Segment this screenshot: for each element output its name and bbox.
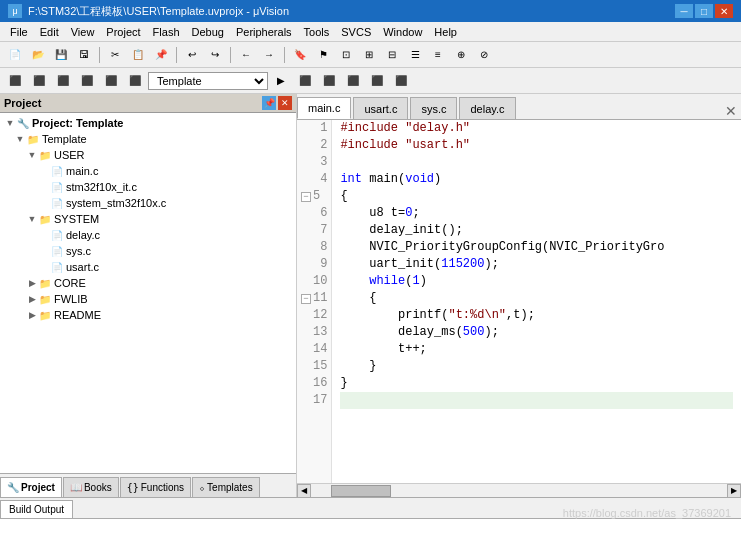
open-button[interactable]: 📂	[27, 45, 49, 65]
menu-edit[interactable]: Edit	[34, 24, 65, 40]
menu-window[interactable]: Window	[377, 24, 428, 40]
toolbar-btn11[interactable]: ⊕	[450, 45, 472, 65]
toolbar-btn9[interactable]: ☰	[404, 45, 426, 65]
tree-root[interactable]: ▼ 🔧 Project: Template	[0, 115, 296, 131]
tree-user[interactable]: ▼ 📁 USER	[0, 147, 296, 163]
user-expand-icon[interactable]: ▼	[26, 149, 38, 161]
undo-button[interactable]: ↩	[181, 45, 203, 65]
build-content	[0, 518, 741, 541]
redo-button[interactable]: ↪	[204, 45, 226, 65]
menu-view[interactable]: View	[65, 24, 101, 40]
template-expand-icon[interactable]: ▼	[14, 133, 26, 145]
code-editor[interactable]: #include "delay.h" #include "usart.h" in…	[332, 120, 741, 483]
scroll-left-button[interactable]: ◀	[297, 484, 311, 498]
editor-tab-sys-c[interactable]: sys.c	[410, 97, 457, 119]
menu-flash[interactable]: Flash	[147, 24, 186, 40]
collapse-marker-5[interactable]: −	[301, 192, 311, 202]
target-selector[interactable]: Template	[148, 72, 268, 90]
save-all-button[interactable]: 🖫	[73, 45, 95, 65]
tree-main-c[interactable]: 📄 main.c	[0, 163, 296, 179]
copy-button[interactable]: 📋	[127, 45, 149, 65]
hscroll-track[interactable]	[311, 484, 727, 498]
hscroll-thumb[interactable]	[331, 485, 391, 497]
save-button[interactable]: 💾	[50, 45, 72, 65]
tree-usart-c[interactable]: 📄 usart.c	[0, 259, 296, 275]
scroll-right-button[interactable]: ▶	[727, 484, 741, 498]
tb2-btn1[interactable]: ⬛	[4, 71, 26, 91]
paste-button[interactable]: 📌	[150, 45, 172, 65]
tree-readme[interactable]: ▶ 📁 README	[0, 307, 296, 323]
label-fwlib: FWLIB	[54, 293, 88, 305]
editor-tab-delay-c[interactable]: delay.c	[459, 97, 515, 119]
maximize-button[interactable]: □	[695, 4, 713, 18]
root-expand-icon[interactable]: ▼	[4, 117, 16, 129]
collapse-marker-11[interactable]: −	[301, 294, 311, 304]
toolbar-btn8[interactable]: ⊟	[381, 45, 403, 65]
system-folder-expand[interactable]: ▼	[26, 213, 38, 225]
tree-template[interactable]: ▼ 📁 Template	[0, 131, 296, 147]
menu-file[interactable]: File	[4, 24, 34, 40]
panel-pin-button[interactable]: 📌	[262, 96, 276, 110]
build-output-tab[interactable]: Build Output	[0, 500, 73, 518]
code-line-14: t++;	[340, 341, 733, 358]
tb2-btn6[interactable]: ⬛	[124, 71, 146, 91]
main-area: Project 📌 ✕ ▼ 🔧 Project: Template ▼ 📁 Te…	[0, 94, 741, 497]
tree-delay-c[interactable]: 📄 delay.c	[0, 227, 296, 243]
panel-header-controls: 📌 ✕	[262, 96, 292, 110]
ln-9: 9	[301, 256, 327, 273]
tb2-btn3[interactable]: ⬛	[52, 71, 74, 91]
tree-system-folder[interactable]: ▼ 📁 SYSTEM	[0, 211, 296, 227]
nav-back-button[interactable]: ←	[235, 45, 257, 65]
tab-templates[interactable]: ⬦ Templates	[192, 477, 260, 497]
tb2-btn10[interactable]: ⬛	[342, 71, 364, 91]
tab-functions[interactable]: {} Functions	[120, 477, 191, 497]
menu-svcs[interactable]: SVCS	[335, 24, 377, 40]
tab-project[interactable]: 🔧 Project	[0, 477, 62, 497]
tree-system-stm32[interactable]: 📄 system_stm32f10x.c	[0, 195, 296, 211]
system-expand	[38, 197, 50, 209]
fwlib-expand[interactable]: ▶	[26, 293, 38, 305]
editor-tab-sys-c-label: sys.c	[421, 103, 446, 115]
minimize-button[interactable]: ─	[675, 4, 693, 18]
functions-tab-label: Functions	[141, 482, 184, 493]
menu-project[interactable]: Project	[100, 24, 146, 40]
tab-books[interactable]: 📖 Books	[63, 477, 119, 497]
panel-close-button[interactable]: ✕	[278, 96, 292, 110]
menu-peripherals[interactable]: Peripherals	[230, 24, 298, 40]
tb2-btn11[interactable]: ⬛	[366, 71, 388, 91]
readme-expand[interactable]: ▶	[26, 309, 38, 321]
books-tab-label: Books	[84, 482, 112, 493]
toolbar-btn12[interactable]: ⊘	[473, 45, 495, 65]
tree-stm32-it[interactable]: 📄 stm32f10x_it.c	[0, 179, 296, 195]
editor-scrollbar: ◀ ▶	[297, 483, 741, 497]
toolbar-btn6[interactable]: ⊡	[335, 45, 357, 65]
tb2-btn9[interactable]: ⬛	[318, 71, 340, 91]
toolbar-btn5[interactable]: ⚑	[312, 45, 334, 65]
nav-forward-button[interactable]: →	[258, 45, 280, 65]
toolbar-btn10[interactable]: ≡	[427, 45, 449, 65]
tb2-btn7[interactable]: ▶	[270, 71, 292, 91]
label-stm32-it: stm32f10x_it.c	[66, 181, 137, 193]
bookmark-button[interactable]: 🔖	[289, 45, 311, 65]
tree-fwlib[interactable]: ▶ 📁 FWLIB	[0, 291, 296, 307]
menu-tools[interactable]: Tools	[298, 24, 336, 40]
tb2-btn12[interactable]: ⬛	[390, 71, 412, 91]
tb2-btn2[interactable]: ⬛	[28, 71, 50, 91]
tb2-btn8[interactable]: ⬛	[294, 71, 316, 91]
build-output-bar: Build Output	[0, 497, 741, 541]
editor-tab-main-c[interactable]: main.c	[297, 97, 351, 119]
new-file-button[interactable]: 📄	[4, 45, 26, 65]
toolbar-btn7[interactable]: ⊞	[358, 45, 380, 65]
menu-debug[interactable]: Debug	[186, 24, 230, 40]
menu-help[interactable]: Help	[428, 24, 463, 40]
tb2-btn4[interactable]: ⬛	[76, 71, 98, 91]
close-button[interactable]: ✕	[715, 4, 733, 18]
tree-core[interactable]: ▶ 📁 CORE	[0, 275, 296, 291]
tree-sys-c[interactable]: 📄 sys.c	[0, 243, 296, 259]
editor-close-button[interactable]: ✕	[725, 103, 737, 119]
core-expand[interactable]: ▶	[26, 277, 38, 289]
ln-11: −11	[301, 290, 327, 307]
editor-tab-usart-c[interactable]: usart.c	[353, 97, 408, 119]
cut-button[interactable]: ✂	[104, 45, 126, 65]
tb2-btn5[interactable]: ⬛	[100, 71, 122, 91]
